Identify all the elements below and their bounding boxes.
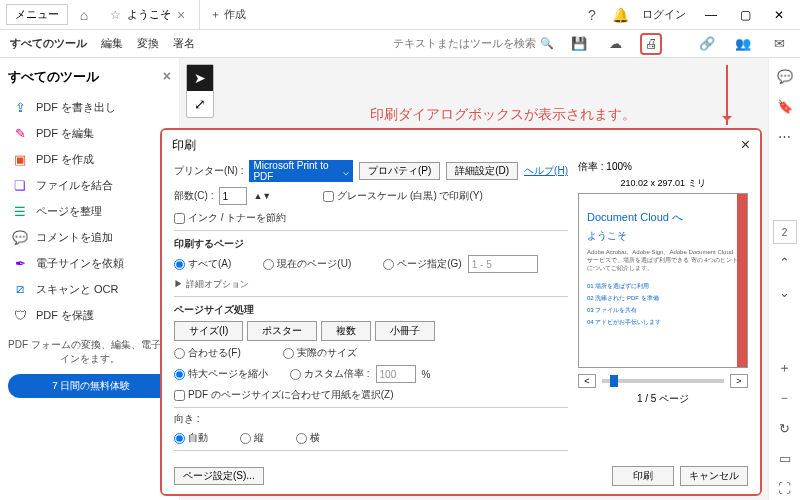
dialog-close-button[interactable]: × <box>741 136 750 154</box>
scroll-down-icon[interactable]: ⌄ <box>773 280 797 304</box>
combine-icon: ❏ <box>12 177 28 193</box>
print-icon[interactable]: 🖨 <box>640 33 662 55</box>
grayscale-checkbox[interactable]: グレースケール (白黒) で印刷(Y) <box>323 189 483 203</box>
menu-button[interactable]: メニュー <box>6 4 68 25</box>
bell-icon[interactable]: 🔔 <box>608 3 632 27</box>
tab-edit[interactable]: 編集 <box>101 36 123 51</box>
close-window-button[interactable]: ✕ <box>764 3 794 27</box>
page-number-box[interactable]: 2 <box>773 220 797 244</box>
booklet-button[interactable]: 小冊子 <box>375 321 435 341</box>
print-dialog: 印刷 × プリンター(N) : Microsoft Print to PDF⌵ … <box>162 130 760 494</box>
tool-scan-ocr[interactable]: ⧄スキャンと OCR <box>8 276 171 302</box>
star-icon: ☆ <box>110 8 121 22</box>
link-icon[interactable]: 🔗 <box>696 33 718 55</box>
bookmark-panel-icon[interactable]: 🔖 <box>773 94 797 118</box>
right-rail: 💬 🔖 ⋯ 2 ⌃ ⌄ ＋ － ↻ ▭ ⛶ <box>768 58 800 500</box>
preview-nav: < > <box>578 374 748 388</box>
tab-sign[interactable]: 署名 <box>173 36 195 51</box>
preview-slider[interactable] <box>602 379 724 383</box>
tool-create-pdf[interactable]: ▣PDF を作成 <box>8 146 171 172</box>
rotate-icon[interactable]: ↻ <box>773 416 797 440</box>
more-options-toggle[interactable]: ▶ 詳細オプション <box>174 278 249 291</box>
share-icon[interactable]: 👥 <box>732 33 754 55</box>
custom-scale-input[interactable] <box>376 365 416 383</box>
print-button[interactable]: 印刷 <box>612 466 674 486</box>
print-preview: Document Cloud へ ようこそ Adobe Acrobat、Adob… <box>578 193 748 368</box>
choose-paper-checkbox[interactable]: PDF のページサイズに合わせて用紙を選択(Z) <box>174 388 394 402</box>
save-icon[interactable]: 💾 <box>568 33 590 55</box>
close-sidebar-icon[interactable]: × <box>163 68 171 86</box>
tool-organize[interactable]: ☰ページを整理 <box>8 198 171 224</box>
zoom-out-icon[interactable]: － <box>773 386 797 410</box>
preview-dimensions: 210.02 x 297.01 ミリ <box>578 177 748 190</box>
copies-label: 部数(C) : <box>174 189 213 203</box>
orient-portrait-radio[interactable]: 縦 <box>240 431 264 445</box>
sidebar-footer-text: PDF フォームの変換、編集、電子サインをます。 <box>8 338 171 366</box>
document-tab[interactable]: ☆ ようこそ × <box>100 0 195 29</box>
new-tab-button[interactable]: ＋ 作成 <box>199 0 256 29</box>
minimize-button[interactable]: — <box>696 3 726 27</box>
fit-radio[interactable]: 合わせる(F) <box>174 346 241 360</box>
poster-button[interactable]: ポスター <box>247 321 317 341</box>
annotation-arrow <box>726 65 728 125</box>
pages-all-radio[interactable]: すべて(A) <box>174 257 231 271</box>
custom-scale-radio[interactable]: カスタム倍率 : <box>290 367 370 381</box>
preview-prev-button[interactable]: < <box>578 374 596 388</box>
page-setup-button[interactable]: ページ設定(S)... <box>174 467 264 485</box>
home-icon[interactable]: ⌂ <box>72 3 96 27</box>
cloud-icon[interactable]: ☁ <box>604 33 626 55</box>
chat-panel-icon[interactable]: 💬 <box>773 64 797 88</box>
preview-zoom: 倍率 : 100% <box>578 160 748 174</box>
tool-edit-pdf[interactable]: ✎PDF を編集 <box>8 120 171 146</box>
edit-icon: ✎ <box>12 125 28 141</box>
printer-select[interactable]: Microsoft Print to PDF⌵ <box>249 160 352 182</box>
multiple-button[interactable]: 複数 <box>321 321 371 341</box>
search-box[interactable]: テキストまたはツールを検索 🔍 <box>393 36 554 51</box>
tool-esign[interactable]: ✒電子サインを依頼 <box>8 250 171 276</box>
orientation-label: 向き : <box>174 412 200 426</box>
shrink-radio[interactable]: 特大ページを縮小 <box>174 367 268 381</box>
maximize-button[interactable]: ▢ <box>730 3 760 27</box>
size-section-title: ページサイズ処理 <box>174 303 568 317</box>
export-icon: ⇪ <box>12 99 28 115</box>
select-tool[interactable]: ➤ <box>187 65 213 91</box>
zoom-in-icon[interactable]: ＋ <box>773 356 797 380</box>
pages-current-radio[interactable]: 現在のページ(U) <box>263 257 351 271</box>
dialog-title: 印刷 <box>172 137 196 154</box>
organize-icon: ☰ <box>12 203 28 219</box>
pages-range-radio[interactable]: ページ指定(G) <box>383 257 461 271</box>
login-link[interactable]: ログイン <box>636 7 692 22</box>
tool-combine[interactable]: ❏ファイルを結合 <box>8 172 171 198</box>
tab-all-tools[interactable]: すべてのツール <box>10 36 87 51</box>
preview-next-button[interactable]: > <box>730 374 748 388</box>
sidebar-title: すべてのツール × <box>8 68 171 86</box>
printer-label: プリンター(N) : <box>174 164 243 178</box>
cancel-button[interactable]: キャンセル <box>680 466 748 486</box>
fit-page-icon[interactable]: ▭ <box>773 446 797 470</box>
mail-icon[interactable]: ✉ <box>768 33 790 55</box>
help-icon[interactable]: ? <box>580 3 604 27</box>
fullscreen-icon[interactable]: ⛶ <box>773 476 797 500</box>
tool-export-pdf[interactable]: ⇪PDF を書き出し <box>8 94 171 120</box>
tab-title: ようこそ <box>127 7 171 22</box>
more-panel-icon[interactable]: ⋯ <box>773 124 797 148</box>
scroll-up-icon[interactable]: ⌃ <box>773 250 797 274</box>
free-trial-button[interactable]: ７日間の無料体験 <box>8 374 171 398</box>
advanced-settings-button[interactable]: 詳細設定(D) <box>446 162 518 180</box>
help-link[interactable]: ヘルプ(H) <box>524 164 568 178</box>
create-icon: ▣ <box>12 151 28 167</box>
size-button[interactable]: サイズ(I) <box>174 321 243 341</box>
pages-range-input[interactable] <box>468 255 538 273</box>
close-tab-icon[interactable]: × <box>177 7 185 23</box>
tool-comment[interactable]: 💬コメントを追加 <box>8 224 171 250</box>
actual-size-radio[interactable]: 実際のサイズ <box>283 346 357 360</box>
ink-save-checkbox[interactable]: インク / トナーを節約 <box>174 211 286 225</box>
annotation-callout: 印刷ダイアログボックスが表示されます。 <box>370 106 636 124</box>
orient-auto-radio[interactable]: 自動 <box>174 431 208 445</box>
copies-input[interactable] <box>219 187 247 205</box>
properties-button[interactable]: プロパティ(P) <box>359 162 440 180</box>
orient-landscape-radio[interactable]: 横 <box>296 431 320 445</box>
expand-tool[interactable]: ⤢ <box>187 91 213 117</box>
tab-convert[interactable]: 変換 <box>137 36 159 51</box>
tool-protect[interactable]: 🛡PDF を保護 <box>8 302 171 328</box>
